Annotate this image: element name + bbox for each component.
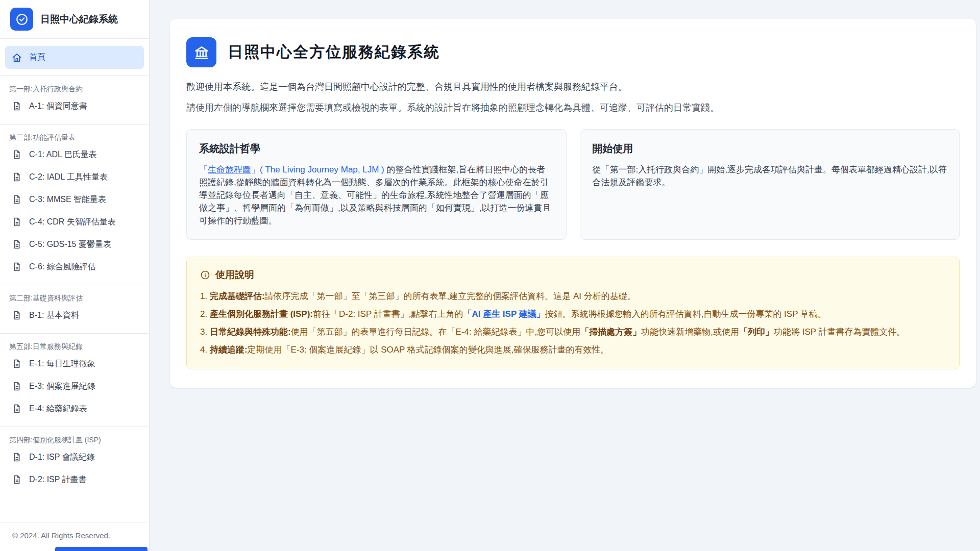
sidebar-item-home[interactable]: 首頁 <box>5 46 144 69</box>
sidebar-item-label: C-4: CDR 失智評估量表 <box>29 217 116 228</box>
document-icon <box>12 149 22 160</box>
item-label: 持續追蹤: <box>210 345 248 355</box>
sidebar-section-label-part1: 第一部:入托行政與合約 <box>9 85 140 94</box>
usage-item-3: 3. 日常紀錄與特殊功能:使用「第五部」的表單進行每日記錄。在「E-4: 給藥紀… <box>200 327 946 338</box>
ai-generate-isp-link: 「AI 產生 ISP 建議」 <box>463 309 545 319</box>
usage-note-header: 使用說明 <box>200 268 946 282</box>
sidebar-section-label-part2: 第二部:基礎資料與評估 <box>9 294 140 303</box>
sidebar-item-e1[interactable]: E-1: 每日生理徵象 <box>5 353 144 375</box>
document-icon <box>12 474 22 485</box>
usage-note: 使用說明 1. 完成基礎評估:請依序完成「第一部」至「第三部」的所有表單,建立完… <box>186 257 960 369</box>
document-icon <box>12 310 22 320</box>
sidebar-section-label-part4: 第四部:個別化服務計畫 (ISP) <box>9 436 140 445</box>
document-icon <box>12 172 22 182</box>
sidebar-item-d1[interactable]: D-1: ISP 會議紀錄 <box>5 446 144 468</box>
sidebar-item-label: D-2: ISP 計畫書 <box>29 474 87 485</box>
sidebar-item-label: D-1: ISP 會議紀錄 <box>29 452 95 463</box>
bottom-accent-bar <box>55 547 148 551</box>
item-number: 4. <box>200 345 210 355</box>
divider <box>0 285 149 285</box>
sidebar-item-d2[interactable]: D-2: ISP 計畫書 <box>5 468 144 491</box>
item-text: 功能將 ISP 計畫書存為實體文件。 <box>774 327 905 337</box>
document-icon <box>12 194 22 205</box>
sidebar-item-label: C-6: 綜合風險評估 <box>29 262 96 272</box>
sidebar-item-e4[interactable]: E-4: 給藥紀錄表 <box>5 397 144 420</box>
sidebar-item-e3[interactable]: E-3: 個案進展紀錄 <box>5 375 144 397</box>
sidebar-item-a1[interactable]: A-1: 個資同意書 <box>5 95 144 117</box>
sidebar-item-c5[interactable]: C-5: GDS-15 憂鬱量表 <box>5 233 144 256</box>
info-panels: 系統設計哲學 「生命旅程圖」( The Living Journey Map, … <box>186 129 960 240</box>
sidebar-item-c2[interactable]: C-2: IADL 工具性量表 <box>5 166 144 188</box>
sidebar-item-label: C-2: IADL 工具性量表 <box>29 172 108 183</box>
item-label: 完成基礎評估: <box>210 291 265 301</box>
item-text: 使用「第五部」的表單進行每日記錄。在「E-4: 給藥紀錄表」中,您可以使用 <box>291 327 581 337</box>
sidebar-item-label: E-3: 個案進展紀錄 <box>29 381 95 392</box>
usage-item-2: 2. 產生個別化服務計畫 (ISP):前往「D-2: ISP 計畫書」,點擊右上… <box>200 309 946 320</box>
sidebar-item-label: C-5: GDS-15 憂鬱量表 <box>29 239 111 250</box>
document-icon <box>12 381 22 391</box>
check-circle-icon <box>15 13 29 26</box>
sidebar-header: 日照中心紀錄系統 <box>0 0 149 39</box>
item-number: 1. <box>200 291 210 301</box>
sidebar-item-c6[interactable]: C-6: 綜合風險評估 <box>5 256 144 278</box>
document-icon <box>12 452 22 462</box>
item-text: 定期使用「E-3: 個案進展紀錄」以 SOAP 格式記錄個案的變化與進展,確保服… <box>248 345 609 355</box>
sidebar-item-c4[interactable]: C-4: CDR 失智評估量表 <box>5 211 144 233</box>
home-icon <box>12 53 22 63</box>
scan-prescription-label: 「掃描處方簽」 <box>580 327 641 337</box>
sidebar-item-label: A-1: 個資同意書 <box>29 101 87 112</box>
document-icon <box>12 217 22 227</box>
divider <box>0 124 149 124</box>
philosophy-heading: 系統設計哲學 <box>199 142 554 156</box>
philosophy-body: 「生命旅程圖」( The Living Journey Map, LJM ) 的… <box>199 163 554 227</box>
ljm-link[interactable]: 生命旅程圖 <box>208 165 251 174</box>
document-icon <box>12 404 22 414</box>
sidebar-item-label: C-3: MMSE 智能量表 <box>29 194 106 205</box>
print-label: 「列印」 <box>739 327 774 337</box>
sidebar-item-label: B-1: 基本資料 <box>29 310 79 321</box>
intro-paragraph-1: 歡迎使用本系統。這是一個為台灣日間照顧中心設計的完整、合規且具實用性的使用者檔案… <box>186 81 960 93</box>
content-card: 日照中心全方位服務紀錄系統 歡迎使用本系統。這是一個為台灣日間照顧中心設計的完整… <box>170 19 976 388</box>
sidebar-section-label-part5: 第五部:日常服務與紀錄 <box>9 342 140 352</box>
sidebar-item-label: C-1: ADL 巴氏量表 <box>29 149 97 160</box>
intro-paragraph-2: 請使用左側的導航欄來選擇您需要填寫或檢視的表單。系統的設計旨在將抽象的照顧理念轉… <box>186 102 960 114</box>
item-text: 功能快速新增藥物,或使用 <box>641 327 739 337</box>
usage-note-heading: 使用說明 <box>215 268 254 282</box>
page-title-badge <box>186 37 216 67</box>
ljm-link-bracket-open: 「 <box>199 165 208 174</box>
sidebar-item-c3[interactable]: C-3: MMSE 智能量表 <box>5 188 144 211</box>
sidebar-item-label: E-1: 每日生理徵象 <box>29 359 95 369</box>
divider <box>0 333 149 334</box>
sidebar-item-c1[interactable]: C-1: ADL 巴氏量表 <box>5 143 144 166</box>
document-icon <box>12 359 22 369</box>
document-icon <box>12 101 22 111</box>
app-title: 日照中心紀錄系統 <box>40 13 118 26</box>
sidebar: 日照中心紀錄系統 首頁 第一部:入托行政與合約 A-1: 個資同意書 第三部:功… <box>0 0 150 551</box>
getting-started-panel: 開始使用 從「第一部:入托行政與合約」開始,逐步完成各項評估與計畫。每個表單都經… <box>580 129 960 240</box>
page-header: 日照中心全方位服務紀錄系統 <box>186 37 960 67</box>
item-label: 日常紀錄與特殊功能: <box>210 327 291 337</box>
app-logo <box>10 8 33 31</box>
document-icon <box>12 262 22 272</box>
info-icon <box>200 270 210 280</box>
sidebar-footer: © 2024. All Rights Reserved. <box>0 522 149 551</box>
usage-item-4: 4. 持續追蹤:定期使用「E-3: 個案進展紀錄」以 SOAP 格式記錄個案的變… <box>200 344 946 356</box>
item-text: 按鈕。系統將根據您輸入的所有評估資料,自動生成一份專業的 ISP 草稿。 <box>545 309 826 319</box>
philosophy-panel: 系統設計哲學 「生命旅程圖」( The Living Journey Map, … <box>186 129 567 240</box>
copyright-text: © 2024. All Rights Reserved. <box>12 531 110 540</box>
sidebar-nav: 首頁 第一部:入托行政與合約 A-1: 個資同意書 第三部:功能評估量表 C-1… <box>0 39 149 522</box>
sidebar-item-label: E-4: 給藥紀錄表 <box>29 404 87 414</box>
ljm-link-suffix: 」( The Living Journey Map, LJM ) <box>251 165 386 174</box>
sidebar-item-b1[interactable]: B-1: 基本資料 <box>5 304 144 327</box>
document-icon <box>12 239 22 249</box>
item-label: 產生個別化服務計畫 (ISP): <box>210 309 313 319</box>
getting-started-heading: 開始使用 <box>593 142 947 156</box>
usage-item-1: 1. 完成基礎評估:請依序完成「第一部」至「第三部」的所有表單,建立完整的個案評… <box>200 291 946 302</box>
usage-list: 1. 完成基礎評估:請依序完成「第一部」至「第三部」的所有表單,建立完整的個案評… <box>200 291 946 356</box>
divider <box>0 427 149 427</box>
divider <box>0 76 149 76</box>
item-number: 3. <box>200 327 210 337</box>
item-number: 2. <box>200 309 210 319</box>
sidebar-section-label-part3: 第三部:功能評估量表 <box>9 133 140 142</box>
item-text: 前往「D-2: ISP 計畫書」,點擊右上角的 <box>313 309 463 319</box>
